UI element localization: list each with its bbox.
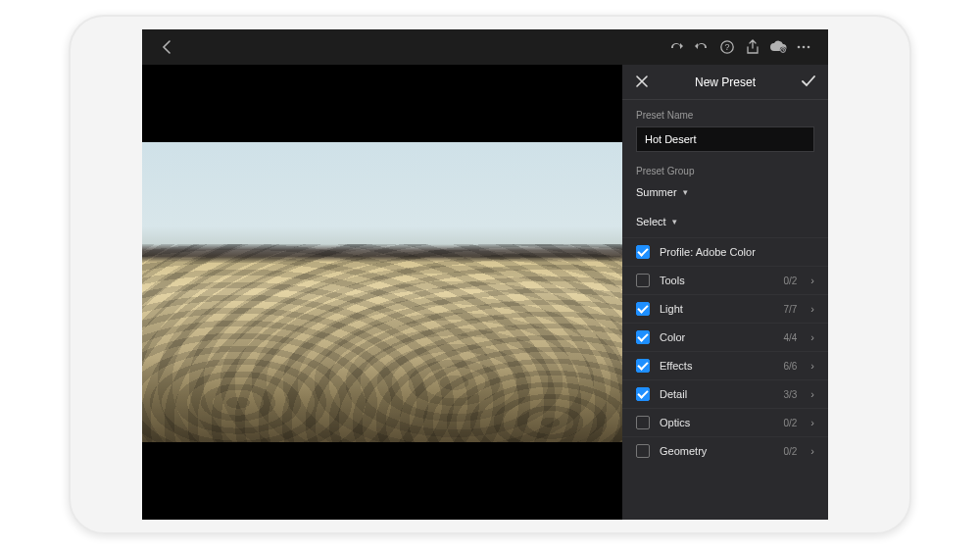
option-row[interactable]: Light7/7› [622, 294, 828, 323]
chevron-right-icon: › [810, 388, 814, 400]
help-icon[interactable]: ? [714, 39, 740, 55]
top-toolbar: ? [142, 29, 828, 65]
chevron-right-icon: › [810, 445, 814, 457]
panel-title: New Preset [650, 75, 801, 89]
checkbox[interactable] [636, 274, 650, 287]
chevron-right-icon: › [810, 360, 814, 372]
preset-name-label: Preset Name [636, 110, 814, 121]
option-label: Effects [660, 360, 773, 372]
option-label: Detail [660, 388, 773, 400]
undo-icon[interactable] [689, 40, 714, 54]
checkbox[interactable] [636, 416, 650, 429]
svg-point-4 [798, 46, 801, 49]
chevron-right-icon: › [810, 331, 814, 343]
option-row[interactable]: Effects6/6› [622, 351, 828, 379]
checkbox[interactable] [636, 359, 650, 373]
option-count: 7/7 [783, 304, 797, 315]
option-row[interactable]: Color4/4› [622, 323, 828, 351]
more-icon[interactable] [791, 40, 816, 54]
new-preset-panel: New Preset Preset Name Preset Group Summ… [622, 65, 828, 520]
checkbox[interactable] [636, 444, 650, 458]
preset-options-list: Profile: Adobe ColorTools0/2›Light7/7›Co… [622, 235, 828, 471]
svg-point-6 [808, 46, 810, 49]
checkbox[interactable] [636, 302, 650, 316]
preset-name-input[interactable] [636, 126, 814, 152]
checkbox[interactable] [636, 245, 650, 259]
preset-group-label: Preset Group [636, 166, 814, 176]
select-dropdown[interactable]: Select ▾ [636, 212, 814, 231]
option-row[interactable]: Detail3/3› [622, 379, 828, 408]
option-count: 3/3 [783, 389, 797, 400]
option-count: 0/2 [783, 446, 797, 457]
svg-point-5 [803, 46, 806, 49]
option-row[interactable]: Optics0/2› [622, 408, 828, 436]
chevron-right-icon: › [810, 303, 814, 315]
option-label: Optics [660, 417, 773, 428]
option-label: Light [660, 303, 773, 315]
option-label: Color [660, 331, 773, 343]
option-count: 0/2 [783, 418, 797, 428]
redo-icon[interactable] [663, 40, 689, 54]
back-button[interactable] [154, 40, 179, 54]
cloud-sync-icon[interactable] [765, 40, 791, 54]
photo-canvas[interactable] [142, 65, 622, 520]
option-row[interactable]: Profile: Adobe Color [622, 237, 828, 266]
chevron-right-icon: › [810, 417, 814, 428]
chevron-down-icon: ▾ [683, 187, 688, 197]
svg-text:?: ? [724, 42, 729, 52]
option-row[interactable]: Tools0/2› [622, 266, 828, 294]
preset-group-value: Summer [636, 186, 677, 198]
option-count: 6/6 [783, 361, 797, 372]
chevron-down-icon: ▾ [672, 217, 677, 226]
app-screen: ? New Preset Prese [142, 29, 828, 520]
option-label: Tools [660, 275, 773, 286]
option-label: Geometry [660, 445, 773, 457]
option-row[interactable]: Geometry0/2› [622, 436, 828, 465]
select-label: Select [636, 216, 666, 227]
share-icon[interactable] [740, 39, 765, 55]
checkbox[interactable] [636, 330, 650, 344]
option-count: 0/2 [783, 276, 797, 286]
photo-preview [142, 142, 622, 442]
close-icon[interactable] [634, 75, 650, 89]
chevron-right-icon: › [810, 275, 814, 286]
confirm-icon[interactable] [801, 75, 816, 89]
preset-group-dropdown[interactable]: Summer ▾ [636, 182, 814, 202]
option-label: Profile: Adobe Color [660, 246, 814, 258]
option-count: 4/4 [783, 332, 797, 343]
checkbox[interactable] [636, 387, 650, 401]
